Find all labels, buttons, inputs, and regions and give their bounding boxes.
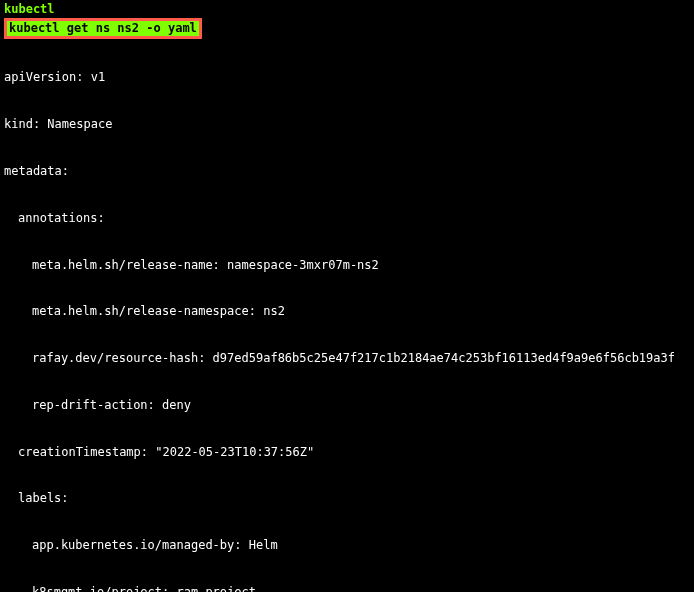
yaml-line: kind: Namespace [4,117,690,133]
yaml-line: metadata: [4,164,690,180]
yaml-line: k8smgmt.io/project: ram-project [4,585,690,592]
command-highlight: kubectl get ns ns2 -o yaml [4,18,202,40]
yaml-line: annotations: [4,211,690,227]
yaml-line: rafay.dev/resource-hash: d97ed59af86b5c2… [4,351,690,367]
yaml-output: apiVersion: v1 kind: Namespace metadata:… [4,39,690,592]
yaml-line: app.kubernetes.io/managed-by: Helm [4,538,690,554]
yaml-line: creationTimestamp: "2022-05-23T10:37:56Z… [4,445,690,461]
terminal-output: kubectl kubectl get ns ns2 -o yaml apiVe… [4,2,690,592]
yaml-line: meta.helm.sh/release-name: namespace-3mx… [4,258,690,274]
shell-prompt: kubectl [4,2,690,18]
yaml-line: rep-drift-action: deny [4,398,690,414]
yaml-line: labels: [4,491,690,507]
yaml-line: apiVersion: v1 [4,70,690,86]
yaml-line: meta.helm.sh/release-namespace: ns2 [4,304,690,320]
